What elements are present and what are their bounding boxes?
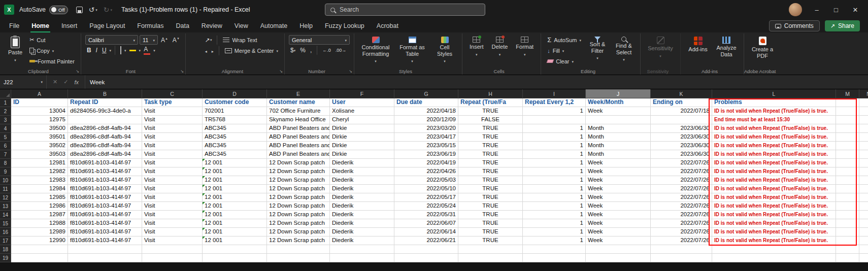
col-header-G[interactable]: G xyxy=(394,89,458,98)
cell-F4[interactable]: Dirkie xyxy=(330,124,394,133)
cell-F15[interactable]: Diederik xyxy=(330,219,394,228)
cell-G11[interactable]: 2022/05/10 xyxy=(394,185,458,193)
delete-cells-button[interactable]: Delete xyxy=(489,35,511,59)
cell-L12[interactable]: ID is not valid when Repeat (True/False)… xyxy=(712,193,836,202)
cancel-icon[interactable]: ✕ xyxy=(53,79,57,85)
cell-J13[interactable]: Week xyxy=(586,202,651,211)
cell-K3[interactable] xyxy=(651,116,712,124)
cell-M7[interactable] xyxy=(836,150,859,159)
increase-font-button[interactable]: A▲ xyxy=(159,37,170,44)
sort-filter-button[interactable]: Sort & Filter xyxy=(585,35,610,63)
tab-fuzzy-lookup[interactable]: Fuzzy Lookup xyxy=(319,19,371,32)
chevron-down-icon[interactable] xyxy=(139,46,141,55)
cell-I2[interactable]: 1 xyxy=(523,107,586,116)
cell-F18[interactable] xyxy=(330,245,394,254)
cell-I15[interactable]: 1 xyxy=(523,219,586,228)
cell-H18[interactable] xyxy=(458,245,523,254)
cell-J18[interactable] xyxy=(586,245,651,254)
cell-L11[interactable]: ID is not valid when Repeat (True/False)… xyxy=(712,185,836,193)
cell-I4[interactable]: 1 xyxy=(523,124,586,133)
cell-H10[interactable]: TRUE xyxy=(458,176,523,185)
cell-C19[interactable] xyxy=(142,254,203,262)
font-name-select[interactable]: Calibri xyxy=(85,35,138,45)
cell-I16[interactable]: 1 xyxy=(523,228,586,236)
cell-I13[interactable]: 1 xyxy=(523,202,586,211)
decrease-font-button[interactable]: A▼ xyxy=(171,37,181,44)
analyze-data-button[interactable]: Analyze Data xyxy=(713,35,740,59)
underline-button[interactable]: U xyxy=(101,47,108,54)
cell-E3[interactable]: Skynamo Head Office xyxy=(267,116,330,124)
cell-J17[interactable]: Week xyxy=(586,236,651,245)
cell-M16[interactable] xyxy=(836,228,859,236)
cell-I1[interactable]: Repeat Every 1,2 xyxy=(523,98,586,107)
cell-K15[interactable]: 2022/07/26 xyxy=(651,219,712,228)
tab-page-layout[interactable]: Page Layout xyxy=(83,19,131,32)
col-header-A[interactable]: A xyxy=(11,89,68,98)
cell-D13[interactable]: 12 001 xyxy=(203,202,267,211)
chevron-down-icon[interactable] xyxy=(153,46,155,55)
format-painter-button[interactable]: Format Painter xyxy=(27,56,77,66)
cell-C11[interactable]: Visit xyxy=(142,185,203,193)
name-box[interactable]: J22 xyxy=(0,75,47,89)
copy-button[interactable]: Copy xyxy=(27,46,77,55)
cell-C4[interactable]: Visit xyxy=(142,124,203,133)
cell-D16[interactable]: 12 001 xyxy=(203,228,267,236)
cell-B4[interactable]: d8ea2896-c8df-4afb-94 xyxy=(68,124,142,133)
cell-A2[interactable]: 13004 xyxy=(11,107,68,116)
cell-B5[interactable]: d8ea2896-c8df-4afb-94 xyxy=(68,133,142,142)
cell-G19[interactable] xyxy=(394,254,458,262)
cell-E11[interactable]: 12 Down Scrap patch xyxy=(267,185,330,193)
cell-A12[interactable]: 12985 xyxy=(11,193,68,202)
cell-L9[interactable]: ID is not valid when Repeat (True/False)… xyxy=(712,167,836,176)
cell-M12[interactable] xyxy=(836,193,859,202)
cell-K2[interactable]: 2022/07/18 xyxy=(651,107,712,116)
maximize-button[interactable]: □ xyxy=(831,6,841,14)
cell-E7[interactable]: ABD Panel Beaters and xyxy=(267,150,330,159)
cell-I7[interactable]: 1 xyxy=(523,150,586,159)
cell-G17[interactable]: 2022/06/21 xyxy=(394,236,458,245)
insert-cells-button[interactable]: Insert xyxy=(466,35,487,59)
cell-B14[interactable]: f810d691-b103-414f-97 xyxy=(68,211,142,219)
cell-L4[interactable]: ID is not valid when Repeat (True/False)… xyxy=(712,124,836,133)
cell-F8[interactable]: Diederik xyxy=(330,159,394,167)
cell-N6[interactable] xyxy=(859,142,868,150)
cell-I6[interactable]: 1 xyxy=(523,142,586,150)
cell-A3[interactable]: 12975 xyxy=(11,116,68,124)
cell-N2[interactable] xyxy=(859,107,868,116)
format-as-table-button[interactable]: Format as Table xyxy=(395,35,429,66)
cell-A6[interactable]: 39502 xyxy=(11,142,68,150)
cell-K14[interactable]: 2022/07/26 xyxy=(651,211,712,219)
cell-A9[interactable]: 12982 xyxy=(11,167,68,176)
enter-icon[interactable]: ✓ xyxy=(63,79,68,85)
col-header-K[interactable]: K xyxy=(651,89,712,98)
cell-K19[interactable] xyxy=(651,254,712,262)
cell-H2[interactable]: TRUE xyxy=(458,107,523,116)
format-cells-button[interactable]: Format xyxy=(513,35,537,59)
row-header-14[interactable]: 14 xyxy=(0,211,11,219)
cell-J10[interactable]: Week xyxy=(586,176,651,185)
cell-K6[interactable]: 2023/06/30 xyxy=(651,142,712,150)
cell-H7[interactable]: TRUE xyxy=(458,150,523,159)
col-header-B[interactable]: B xyxy=(68,89,142,98)
cell-E10[interactable]: 12 Down Scrap patch xyxy=(267,176,330,185)
cell-B13[interactable]: f810d691-b103-414f-97 xyxy=(68,202,142,211)
cell-L1[interactable]: Problems xyxy=(712,98,836,107)
cell-C1[interactable]: Task type xyxy=(142,98,203,107)
cell-D6[interactable]: ABC345 xyxy=(203,142,267,150)
cell-E13[interactable]: 12 Down Scrap patch xyxy=(267,202,330,211)
cell-G6[interactable]: 2023/05/15 xyxy=(394,142,458,150)
fill-button[interactable]: ↓Fill xyxy=(545,46,583,55)
cell-H11[interactable]: TRUE xyxy=(458,185,523,193)
col-header-F[interactable]: F xyxy=(330,89,394,98)
cell-N12[interactable] xyxy=(859,193,868,202)
cell-C5[interactable]: Visit xyxy=(142,133,203,142)
cell-G7[interactable]: 2023/06/19 xyxy=(394,150,458,159)
insert-function-icon[interactable]: fx xyxy=(74,79,79,85)
formula-input[interactable]: Week xyxy=(85,79,109,85)
minimize-button[interactable]: – xyxy=(812,6,821,14)
cell-K5[interactable]: 2023/06/30 xyxy=(651,133,712,142)
tab-review[interactable]: Review xyxy=(195,19,228,32)
autosave-toggle[interactable]: Off xyxy=(49,6,68,14)
cell-I14[interactable]: 1 xyxy=(523,211,586,219)
font-size-select[interactable]: 11 xyxy=(140,35,158,45)
